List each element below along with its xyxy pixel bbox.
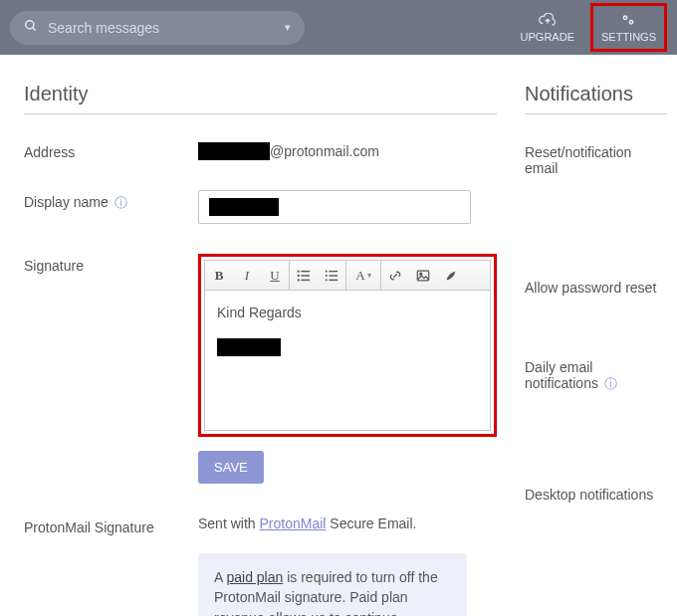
row-signature: Signature B I U [24, 254, 497, 437]
svg-rect-14 [326, 275, 328, 277]
cloud-up-icon [539, 13, 557, 29]
settings-label: SETTINGS [601, 31, 656, 43]
row-display-name: Display name ⓘ [24, 190, 497, 224]
address-domain: @protonmail.com [270, 143, 379, 159]
signature-label: Signature [24, 254, 198, 274]
italic-button[interactable]: I [233, 262, 261, 290]
svg-rect-12 [326, 270, 328, 272]
font-color-button[interactable]: A▾ [346, 262, 380, 290]
svg-point-3 [625, 17, 627, 19]
image-button[interactable] [409, 262, 437, 290]
svg-line-1 [33, 28, 36, 31]
pm-signature-value: Sent with ProtonMail Secure Email. A pai… [198, 515, 497, 616]
address-label: Address [24, 140, 198, 160]
allow-password-reset-label: Allow password reset [525, 276, 667, 296]
redacted-local-part [198, 142, 270, 160]
topbar: ▾ UPGRADE SETTINGS [0, 0, 677, 55]
display-name-label: Display name ⓘ [24, 190, 198, 212]
svg-rect-13 [329, 270, 338, 271]
underline-button[interactable]: U [261, 262, 289, 290]
address-value: @protonmail.com [198, 140, 497, 160]
bold-button[interactable]: B [205, 262, 233, 290]
svg-point-6 [298, 270, 300, 272]
daily-notifications-label: Daily email notifications ⓘ [525, 355, 667, 393]
identity-heading: Identity [24, 83, 497, 114]
svg-point-19 [420, 273, 422, 275]
pm-signature-label: ProtonMail Signature [24, 515, 198, 535]
redacted-display-name [209, 198, 279, 216]
clear-format-button[interactable] [437, 262, 465, 290]
svg-point-8 [298, 274, 300, 276]
svg-rect-7 [301, 270, 310, 271]
notifications-heading: Notifications [525, 83, 667, 114]
search-input[interactable] [48, 20, 291, 36]
paid-plan-link[interactable]: paid plan [226, 569, 283, 585]
gears-icon [619, 13, 637, 29]
desktop-notifications-label: Desktop notifications [525, 483, 667, 503]
chevron-down-icon[interactable]: ▾ [285, 21, 291, 34]
save-button[interactable]: SAVE [198, 451, 264, 484]
reset-email-label: Reset/notification email [525, 140, 667, 176]
content: Identity Address @protonmail.com Display… [0, 55, 677, 616]
svg-rect-18 [417, 271, 428, 281]
row-pm-signature: ProtonMail Signature Sent with ProtonMai… [24, 515, 497, 616]
svg-rect-17 [329, 279, 338, 280]
paid-plan-notice: A paid plan is required to turn off the … [198, 553, 467, 616]
link-button[interactable] [381, 262, 409, 290]
svg-point-10 [298, 279, 300, 281]
search-icon [24, 19, 38, 36]
svg-rect-16 [326, 279, 328, 281]
numbered-list-button[interactable] [318, 262, 345, 290]
info-icon[interactable]: ⓘ [114, 195, 127, 210]
signature-line-1: Kind Regards [217, 305, 478, 320]
settings-highlight: SETTINGS [590, 3, 667, 52]
svg-rect-9 [301, 275, 310, 276]
svg-rect-15 [329, 275, 338, 276]
info-icon[interactable]: ⓘ [604, 376, 617, 391]
svg-rect-11 [301, 279, 310, 280]
row-address: Address @protonmail.com [24, 140, 497, 160]
svg-point-0 [26, 21, 34, 29]
protonmail-link[interactable]: ProtonMail [259, 515, 326, 531]
editor-toolbar: B I U [205, 261, 490, 291]
settings-button[interactable]: SETTINGS [593, 6, 664, 49]
identity-section: Identity Address @protonmail.com Display… [24, 83, 497, 616]
svg-point-5 [631, 21, 633, 23]
upgrade-button[interactable]: UPGRADE [509, 6, 586, 49]
signature-editor[interactable]: B I U [204, 260, 491, 431]
notifications-section: Notifications Reset/notification email A… [525, 83, 677, 616]
bullet-list-button[interactable] [290, 262, 318, 290]
editor-body[interactable]: Kind Regards [205, 291, 490, 430]
display-name-input[interactable] [198, 190, 471, 224]
upgrade-label: UPGRADE [521, 31, 574, 43]
search-box[interactable]: ▾ [10, 11, 305, 45]
signature-highlight: B I U [198, 254, 497, 437]
redacted-signature-name [217, 338, 281, 356]
